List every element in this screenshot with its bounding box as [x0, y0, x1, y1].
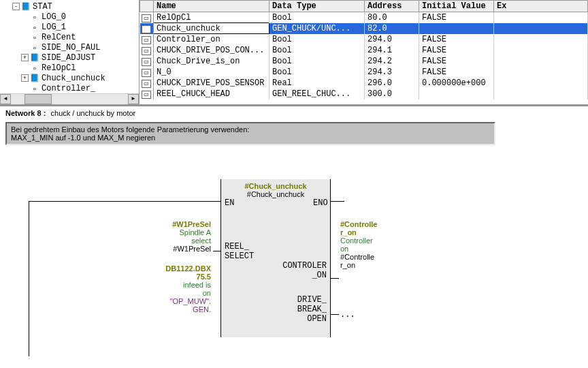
cell-init[interactable]: FALSE — [419, 45, 494, 56]
cell-type[interactable]: Bool — [270, 45, 365, 56]
cell-ex[interactable] — [494, 56, 588, 67]
cell-init[interactable] — [419, 23, 494, 34]
network-num: 8 — [37, 109, 41, 117]
cell-type[interactable]: Bool — [270, 34, 365, 45]
col-ex[interactable]: Ex — [494, 1, 588, 12]
tree-item[interactable]: +📘Chuck_unchuck — [12, 73, 139, 83]
cell-init[interactable]: 0.000000e+000 — [419, 78, 494, 89]
pin-eno: ENO — [313, 198, 328, 208]
expand-icon[interactable]: + — [21, 54, 29, 61]
var-table[interactable]: Name Data Type Address Initial Value Ex … — [140, 0, 588, 99]
h-scrollbar[interactable]: ◄ ► — [0, 93, 139, 104]
tree-item[interactable]: ▫RelCent — [12, 32, 139, 42]
cell-type[interactable]: GEN_CHUCK/UNC... — [270, 23, 365, 34]
tree-item[interactable]: ▫LOG_0 — [12, 12, 139, 22]
expand-icon[interactable]: + — [21, 74, 29, 82]
network-label: Network 8 : — [5, 109, 46, 117]
scroll-right-icon[interactable]: ► — [128, 94, 139, 104]
table-row[interactable]: ▭CHUCK_DRIVE_POS_SENSORReal296.00.000000… — [140, 78, 588, 89]
table-row[interactable]: ▭REEL_CHUCK_HEADGEN_REEL_CHUC...300.0 — [140, 89, 588, 99]
cell-ex[interactable] — [494, 78, 588, 89]
var-icon: ▫ — [30, 13, 39, 21]
cell-ex[interactable] — [494, 23, 588, 34]
col-addr[interactable]: Address — [365, 1, 419, 12]
cell-name[interactable]: Chuck_Drive_is_on — [154, 56, 270, 67]
collapse-icon[interactable]: - — [12, 3, 20, 10]
wire — [213, 251, 220, 251]
cell-addr[interactable]: 82.0 — [365, 23, 419, 34]
tree-item[interactable]: ▫RelOpCl — [12, 63, 139, 73]
top-panel: - 📘 STAT ▫LOG_0 ▫LOG_1 ▫RelCent ▫SIDE_NO… — [0, 0, 588, 106]
cell-type[interactable]: Bool — [270, 67, 365, 78]
cell-addr[interactable]: 294.1 — [365, 45, 419, 56]
table-row[interactable]: ▭Chuck_Drive_is_onBool294.2FALSE — [140, 56, 588, 67]
input-operand[interactable]: #W1PreSel Spindle A select #W1PreSel — [122, 220, 211, 253]
cell-init[interactable]: FALSE — [419, 56, 494, 67]
row-type-icon: ▭ — [140, 45, 154, 56]
input-operand[interactable]: DB1122.DBX 75.5 infeed is on "OP_MUW". G… — [122, 264, 211, 313]
table-row[interactable]: ▭RelOpClBool80.0FALSE — [140, 12, 588, 23]
tree-item[interactable]: ▫Controller_ — [12, 83, 139, 93]
tree-label: LOG_0 — [42, 12, 66, 22]
col-init[interactable]: Initial Value — [419, 1, 494, 12]
cell-name[interactable]: REEL_CHUCK_HEAD — [154, 89, 270, 99]
cell-init[interactable]: FALSE — [419, 12, 494, 23]
tree-label: Controller_ — [42, 84, 95, 93]
cell-addr[interactable]: 294.2 — [365, 56, 419, 67]
symbol-name: #Controlle — [340, 220, 377, 228]
cell-addr[interactable]: 294.3 — [365, 67, 419, 78]
row-type-icon: ▭ — [140, 23, 154, 34]
cell-ex[interactable] — [494, 45, 588, 56]
cell-addr[interactable]: 300.0 — [365, 89, 419, 99]
cell-name[interactable]: CHUCK_DRIVE_POS_SENSOR — [154, 78, 270, 89]
cell-type[interactable]: Bool — [270, 56, 365, 67]
symbol-name: r_on — [340, 228, 377, 236]
output-operand[interactable]: #Controlle r_on Controller on #Controlle… — [340, 220, 377, 269]
cell-ex[interactable] — [494, 89, 588, 99]
cell-type[interactable]: Bool — [270, 12, 365, 23]
pin-label: CONTROLER _ON — [278, 261, 327, 280]
tree[interactable]: - 📘 STAT ▫LOG_0 ▫LOG_1 ▫RelCent ▫SIDE_NO… — [0, 0, 139, 93]
col-name[interactable]: Name — [154, 1, 270, 12]
cell-name[interactable]: Chuck_unchuck — [154, 23, 270, 34]
cell-addr[interactable]: 294.0 — [365, 34, 419, 45]
table-row[interactable]: ▭CHUCK_DRIVE_POS_CON...Bool294.1FALSE — [140, 45, 588, 56]
cell-ex[interactable] — [494, 12, 588, 23]
symbol-comment: select — [122, 236, 211, 245]
table-row[interactable]: ▭N_0Bool294.3FALSE — [140, 67, 588, 78]
scroll-left-icon[interactable]: ◄ — [0, 94, 11, 104]
table-row[interactable]: ▭Chuck_unchuckGEN_CHUCK/UNC...82.0 — [140, 23, 588, 34]
tree-item[interactable]: ▫SIDE_NO_FAUL — [12, 42, 139, 52]
cell-name[interactable]: RelOpCl — [154, 12, 270, 23]
cell-name[interactable]: Controller_on — [154, 34, 270, 45]
network-comment[interactable]: Bei gedrehtem Einbau des Motors folgende… — [5, 122, 495, 145]
cell-init[interactable]: FALSE — [419, 67, 494, 78]
symbol-value: "OP_MUW". — [122, 297, 211, 305]
output-continuation: ... — [340, 310, 355, 320]
col-type[interactable]: Data Type — [270, 1, 365, 12]
tree-item[interactable]: +📘SIDE_ADJUST — [12, 52, 139, 63]
cell-type[interactable]: GEN_REEL_CHUC... — [270, 89, 365, 99]
var-icon: ▫ — [30, 64, 39, 72]
cell-init[interactable]: FALSE — [419, 34, 494, 45]
scroll-thumb[interactable] — [24, 94, 52, 104]
symbol-comment: Controller — [340, 236, 377, 245]
variable-table: Name Data Type Address Initial Value Ex … — [140, 0, 588, 104]
cell-addr[interactable]: 296.0 — [365, 78, 419, 89]
cell-ex[interactable] — [494, 67, 588, 78]
tree-item[interactable]: ▫LOG_1 — [12, 22, 139, 32]
var-icon: ▫ — [30, 33, 39, 42]
cell-addr[interactable]: 80.0 — [365, 12, 419, 23]
cell-name[interactable]: N_0 — [154, 67, 270, 78]
cell-ex[interactable] — [494, 34, 588, 45]
cell-init[interactable] — [419, 89, 494, 99]
tree-root[interactable]: - 📘 STAT — [12, 1, 139, 12]
cell-name[interactable]: CHUCK_DRIVE_POS_CON... — [154, 45, 270, 56]
lad-diagram[interactable]: #Chuck_unchuck #Chuck_unchuck EN ENO #W1… — [0, 166, 588, 356]
row-type-icon: ▭ — [140, 12, 154, 23]
wire — [331, 201, 344, 202]
icon-col — [140, 1, 154, 12]
symbol-value: r_on — [340, 261, 377, 269]
cell-type[interactable]: Real — [270, 78, 365, 89]
table-row[interactable]: ▭Controller_onBool294.0FALSE — [140, 34, 588, 45]
